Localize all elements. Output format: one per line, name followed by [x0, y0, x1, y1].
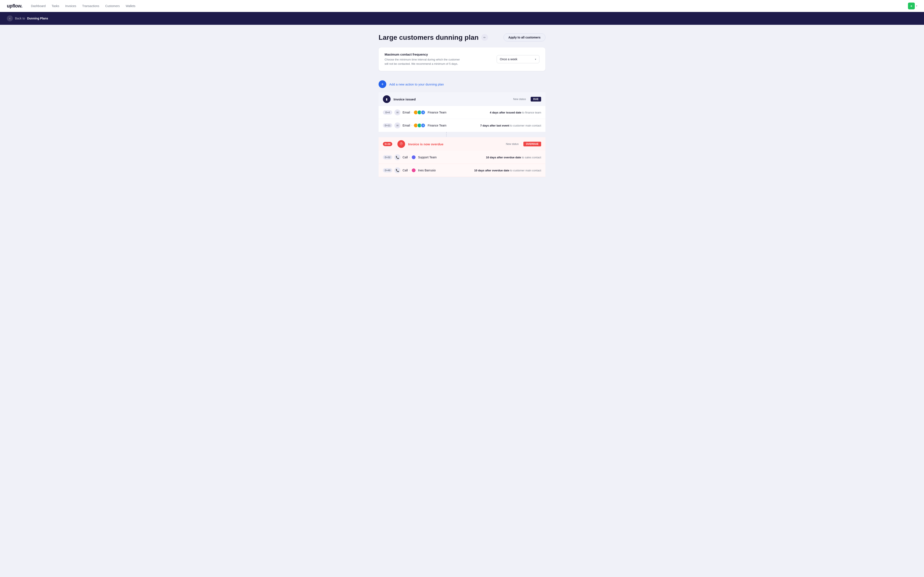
action-type-call-2: Call — [402, 169, 408, 172]
team-name-1: Finance Team — [428, 111, 446, 114]
action-timing-2: 7 days after last event to customer main… — [480, 124, 541, 127]
nav-customers[interactable]: Customers — [105, 4, 120, 8]
section-title-issued: Invoice issued — [394, 97, 510, 101]
invoice-issued-section: ▮ Invoice issued New status DUE D+4 ✉ Em… — [379, 92, 545, 132]
call-icon-1: 📞 — [394, 154, 401, 160]
add-action-label[interactable]: Add a new action to your dunning plan — [389, 82, 444, 86]
action-info-call-2: Call · Ines Barrusio — [402, 168, 474, 172]
nav-dashboard[interactable]: Dashboard — [31, 4, 46, 8]
card-inner: Maximum contact frequency Choose the min… — [384, 53, 540, 66]
day-badge-d4: D+4 — [383, 110, 392, 114]
invoice-overdue-section: D+30 ⏱ Invoice is now overdue New status… — [379, 137, 545, 177]
avatar-wrapper[interactable]: e ▾ — [908, 3, 917, 10]
card-title: Maximum contact frequency — [384, 53, 462, 56]
action-type-call-1: Call — [402, 156, 408, 159]
action-info-call-1: Call · Support Team — [402, 155, 486, 160]
back-button[interactable]: ‹ — [7, 15, 13, 21]
avatars-2: 3 — [414, 123, 425, 128]
action-info-2: Email · 3 Finance Team — [402, 123, 480, 128]
section-title-overdue: Invoice is now overdue — [408, 142, 443, 146]
dropdown-chevron-icon: ▾ — [535, 58, 536, 61]
team-name-2: Finance Team — [428, 124, 446, 127]
add-action-row: + Add a new action to your dunning plan — [379, 78, 545, 90]
call-icon-2: 📞 — [394, 167, 401, 173]
edit-button[interactable]: ✏ — [481, 34, 488, 41]
apply-to-all-button[interactable]: Apply to all customers — [504, 33, 545, 42]
action-timing-call-1: 10 days after overdue date to sales cont… — [486, 156, 541, 159]
back-bar: ‹ Back to Dunning Plans — [0, 12, 924, 25]
action-timing-call-2: 10 days after overdue date to customer m… — [474, 169, 541, 172]
badge-due: DUE — [531, 97, 541, 102]
avatars-call-2 — [411, 168, 416, 172]
email-icon-2: ✉ — [394, 122, 401, 129]
frequency-dropdown[interactable]: Once a week ▾ — [497, 55, 540, 63]
nav-tasks[interactable]: Tasks — [52, 4, 59, 8]
overdue-day-badge: D+30 — [383, 142, 392, 146]
day-badge-d40: D+40 — [383, 168, 392, 172]
team-name-call-1: Support Team — [418, 156, 437, 159]
action-row-call-2: D+40 📞 Call · Ines Barrusio 10 days afte… — [379, 164, 545, 177]
day-badge-d32: D+32 — [383, 155, 392, 160]
timeline-divider — [446, 132, 447, 137]
action-row-email-1: D+4 ✉ Email · 3 Finance Team 4 days afte… — [379, 106, 545, 119]
section-header-issued: ▮ Invoice issued New status DUE — [379, 92, 545, 106]
page-title: Large customers dunning plan — [379, 34, 479, 42]
nav-links: Dashboard Tasks Invoices Transactions Cu… — [31, 4, 908, 8]
card-description: Choose the minimum time interval during … — [384, 58, 462, 66]
status-label-due: New status — [513, 98, 526, 101]
action-row-call-1: D+32 📞 Call · Support Team 10 days after… — [379, 151, 545, 164]
card-text-group: Maximum contact frequency Choose the min… — [384, 53, 462, 66]
logo: upflow. — [7, 3, 23, 9]
section-header-overdue: D+30 ⏱ Invoice is now overdue New status… — [379, 137, 545, 151]
avatar-count-2: 3 — [421, 123, 425, 128]
title-group: Large customers dunning plan ✏ — [379, 34, 488, 42]
status-label-overdue: New status — [506, 143, 519, 145]
add-action-button[interactable]: + — [379, 81, 386, 88]
action-type-2: Email — [402, 124, 410, 127]
frequency-selected-value: Once a week — [500, 58, 517, 61]
overdue-icon: ⏱ — [397, 140, 405, 148]
badge-overdue: OVERDUE — [523, 142, 541, 147]
day-badge-d11: D+11 — [383, 123, 392, 127]
avatar-call-1a — [411, 155, 416, 160]
nav-wallets[interactable]: Wallets — [126, 4, 136, 8]
action-timing-1: 4 days after issued date to finance team — [490, 111, 541, 114]
team-name-call-2: Ines Barrusio — [418, 169, 436, 172]
avatar-count-1: 3 — [421, 110, 425, 115]
back-bold: Dunning Plans — [27, 17, 48, 20]
nav-transactions[interactable]: Transactions — [82, 4, 99, 8]
contact-frequency-card: Maximum contact frequency Choose the min… — [379, 47, 545, 71]
back-text: Back to — [15, 17, 25, 20]
user-avatar: e — [908, 3, 915, 10]
page-header: Large customers dunning plan ✏ Apply to … — [379, 33, 545, 42]
nav-invoices[interactable]: Invoices — [65, 4, 76, 8]
action-info-1: Email · 3 Finance Team — [402, 110, 490, 115]
avatar-call-2a — [411, 168, 416, 172]
action-type-1: Email — [402, 111, 410, 114]
avatars-call-1 — [411, 155, 416, 160]
invoice-icon: ▮ — [383, 95, 391, 103]
avatar-chevron-icon: ▾ — [916, 5, 917, 7]
navbar: upflow. Dashboard Tasks Invoices Transac… — [0, 0, 924, 12]
avatars-1: 3 — [414, 110, 425, 115]
action-row-email-2: D+11 ✉ Email · 3 Finance Team 7 days aft… — [379, 119, 545, 132]
main-content: Large customers dunning plan ✏ Apply to … — [374, 25, 550, 185]
email-icon-1: ✉ — [394, 110, 401, 115]
